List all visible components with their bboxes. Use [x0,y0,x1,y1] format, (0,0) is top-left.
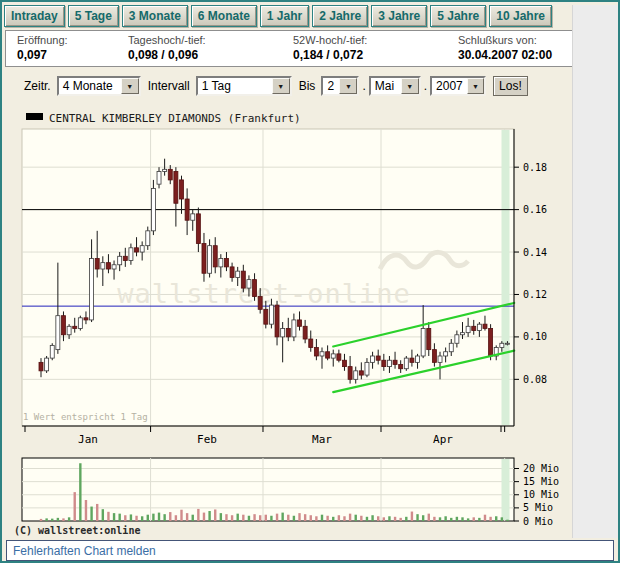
candle-body [236,271,240,277]
price-tick-label: 0.08 [523,374,547,385]
candle-body [50,345,54,358]
volume-tick-label: 15 Mio [523,476,559,487]
tab-6-monate[interactable]: 6 Monate [191,5,257,27]
tab-3-monate[interactable]: 3 Monate [122,5,188,27]
chevron-down-icon[interactable]: ▼ [339,78,357,94]
volume-bar [265,515,267,521]
volume-bar [332,517,334,521]
go-button[interactable]: Los! [493,76,528,96]
candle-body [427,328,431,349]
candle-body [449,343,453,351]
month-select[interactable]: Mai ▼ [369,76,421,96]
candle-body [151,188,155,230]
candle-body [39,362,43,370]
volume-bar [355,515,357,521]
volume-bar [203,513,205,521]
volume-bar [107,512,109,521]
tab-3-jahre[interactable]: 3 Jahre [371,5,427,27]
volume-bar [304,514,306,521]
candle-body [224,258,228,266]
volume-bar [495,516,497,521]
candle-body [174,171,178,203]
tab-5-jahre[interactable]: 5 Jahre [430,5,486,27]
legend-swatch [26,113,43,120]
candle-body [140,246,144,252]
candle-body [286,328,290,336]
day-high-low-field: Tageshoch/-tief: 0,098 / 0,096 [117,34,282,62]
report-faulty-chart-link[interactable]: Fehlerhaften Chart melden [13,544,156,558]
month-selected-value: Mai [371,78,401,94]
chevron-down-icon[interactable]: ▼ [272,78,290,94]
candle-body [129,248,133,261]
chart-widget-page: Intraday 5 Tage 3 Monate 6 Monate 1 Jahr… [0,0,620,563]
tab-2-jahre[interactable]: 2 Jahre [312,5,368,27]
chevron-down-icon[interactable]: ▼ [467,78,484,94]
candle-body [135,248,139,252]
candle-body [309,339,313,347]
volume-bar [192,515,194,521]
volume-bar [124,515,126,521]
price-tick-label: 0.12 [523,289,547,300]
chevron-down-icon[interactable]: ▼ [121,78,139,94]
candle-body [101,263,105,269]
open-value: 0,097 [17,48,117,62]
volume-bar [214,509,216,521]
tab-intraday[interactable]: Intraday [4,5,65,27]
intervall-select[interactable]: 1 Tag ▼ [196,76,292,96]
volume-bar [208,511,210,521]
date-separator: . [362,79,365,93]
year-select[interactable]: 2007 ▼ [430,76,486,96]
tab-5-tage[interactable]: 5 Tage [68,5,119,27]
candle-body [348,367,352,380]
volume-bar [399,518,401,521]
tab-1-jahr[interactable]: 1 Jahr [260,5,309,27]
candle-body [45,358,49,371]
zeitraum-selected-value: 4 Monate [59,78,121,94]
volume-bar [321,515,323,521]
open-field: Eröffnung: 0,097 [6,34,117,62]
candle-body [477,324,481,330]
candle-body [84,318,88,320]
volume-bar [416,514,418,521]
chart-region: CENTRAL KIMBERLEY DIAMONDS (Frankfurt)wa… [2,101,618,538]
volume-bar [489,517,491,521]
candle-body [146,231,150,246]
volume-bar [180,510,182,521]
candle-body [331,354,335,358]
day-high-low-label: Tageshoch/-tief: [128,34,282,46]
candle-body [213,246,217,267]
volume-bar [152,514,154,521]
candle-body [185,199,189,220]
candle-body [67,326,71,334]
candle-body [157,171,161,184]
candle-body [118,256,122,264]
volume-bar [293,516,295,521]
candle-body [123,256,127,260]
volume-bar [186,513,188,521]
volume-bar [96,504,98,521]
volume-bar [461,517,463,521]
candle-body [196,214,200,244]
volume-bar [163,514,165,521]
chevron-down-icon[interactable]: ▼ [401,78,419,94]
candle-body [303,326,307,339]
volume-bar [405,517,407,521]
tab-10-jahre[interactable]: 10 Jahre [489,5,552,27]
volume-bar [338,515,340,521]
day-select[interactable]: 2 ▼ [321,76,359,96]
volume-tick-label: 10 Mio [523,489,559,500]
price-tick-label: 0.10 [523,331,547,342]
candle-body [444,352,448,356]
volume-bar [287,515,289,521]
candle-body [376,356,380,360]
candle-body [455,335,459,343]
volume-bar [158,513,160,521]
candle-body [466,326,470,332]
volume-bar [79,463,81,521]
volume-current-highlight [502,459,510,520]
zeitraum-select[interactable]: 4 Monate ▼ [57,76,141,96]
candle-body [73,326,77,328]
month-label: Jan [78,433,98,446]
candle-body [264,309,268,324]
candle-body [359,371,363,375]
